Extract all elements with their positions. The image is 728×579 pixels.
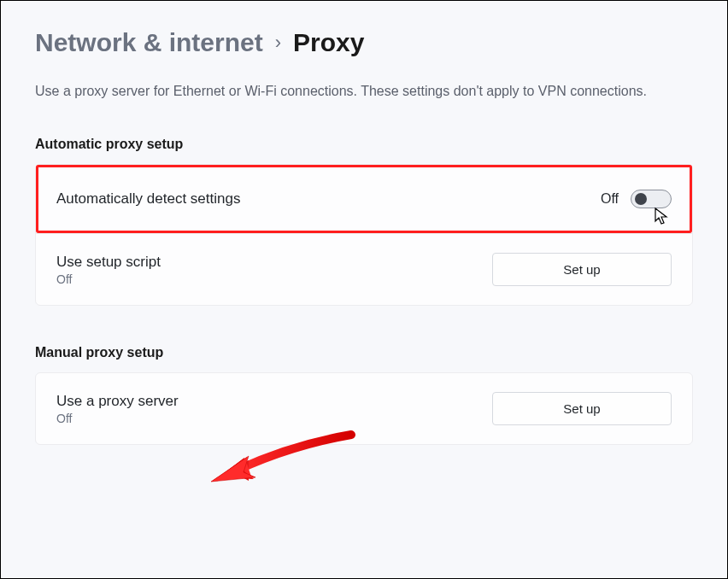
proxy-server-status: Off <box>56 412 179 425</box>
automatic-proxy-heading: Automatic proxy setup <box>35 137 693 152</box>
chevron-right-icon: › <box>275 32 281 54</box>
page-description: Use a proxy server for Ethernet or Wi-Fi… <box>35 81 684 101</box>
svg-marker-3 <box>211 456 255 482</box>
auto-detect-state: Off <box>601 191 619 207</box>
setup-script-label: Use setup script <box>56 254 161 271</box>
auto-detect-toggle[interactable] <box>631 190 672 208</box>
breadcrumb: Network & internet › Proxy <box>35 28 693 57</box>
setup-script-row: Use setup script Off Set up <box>36 233 692 305</box>
manual-proxy-heading: Manual proxy setup <box>35 345 693 360</box>
svg-marker-2 <box>211 457 254 482</box>
cursor-icon <box>654 207 671 225</box>
auto-detect-label: Automatically detect settings <box>56 190 240 208</box>
toggle-knob <box>635 193 647 205</box>
proxy-server-setup-button[interactable]: Set up <box>492 392 672 425</box>
automatic-proxy-card: Automatically detect settings Off Use se… <box>35 164 693 306</box>
breadcrumb-current: Proxy <box>293 28 364 57</box>
svg-marker-1 <box>213 459 252 481</box>
svg-marker-0 <box>214 460 249 481</box>
setup-script-status: Off <box>56 272 161 286</box>
proxy-server-row: Use a proxy server Off Set up <box>36 373 692 444</box>
manual-proxy-card: Use a proxy server Off Set up <box>35 372 693 445</box>
auto-detect-row: Automatically detect settings Off <box>36 165 692 233</box>
proxy-server-label: Use a proxy server <box>56 393 179 410</box>
setup-script-button[interactable]: Set up <box>492 253 672 286</box>
breadcrumb-parent[interactable]: Network & internet <box>35 28 263 57</box>
